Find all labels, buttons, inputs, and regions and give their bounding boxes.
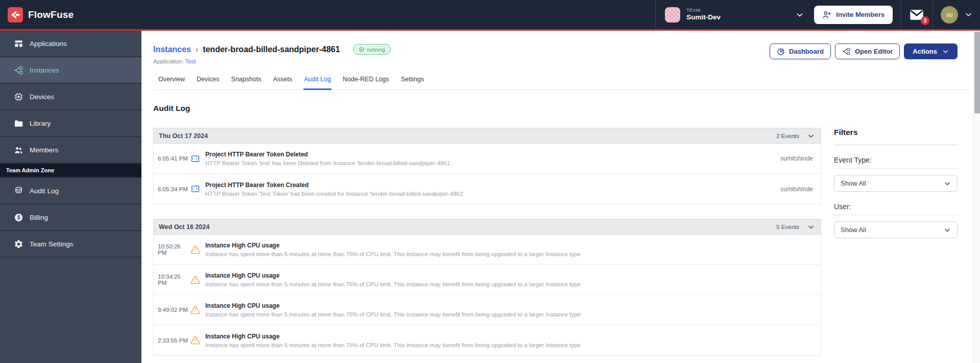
devices-icon xyxy=(14,92,23,102)
sidebar-item-devices[interactable]: Devices xyxy=(0,84,141,110)
chevron-down-icon xyxy=(944,180,951,187)
sidebar-item-instances[interactable]: Instances xyxy=(0,57,141,84)
tab-node-red-logs[interactable]: Node-RED Logs xyxy=(342,71,390,90)
event-type-select[interactable]: Show All xyxy=(834,175,958,192)
event-time: 9:49:02 PM xyxy=(158,307,190,313)
open-editor-label: Open Editor xyxy=(855,48,893,55)
user-avatar: su xyxy=(941,6,958,24)
event-user: sumitshinde xyxy=(780,186,813,193)
audit-event-row: 10:34:25 PM Instance High CPU usage Inst… xyxy=(154,265,821,295)
event-description: HTTP Bearer Token 'test' has been Delete… xyxy=(205,160,774,166)
group-date: Wed Oct 16 2024 xyxy=(159,223,209,231)
warning-icon xyxy=(190,305,201,315)
sidebar-item-label: Instances xyxy=(30,66,59,74)
applications-icon xyxy=(14,39,23,49)
user-filter-value: Show All xyxy=(841,226,866,234)
chevron-down-icon xyxy=(965,11,972,18)
user-menu[interactable]: su xyxy=(933,0,980,29)
dashboard-label: Dashboard xyxy=(789,48,824,55)
sidebar: Applications Instances Devices Library xyxy=(0,31,141,363)
flowfuse-brand[interactable]: FlowFuse xyxy=(0,7,74,22)
vertical-scrollbar[interactable] xyxy=(973,31,980,363)
main-content: Instances › tender-broad-billed-sandpipe… xyxy=(141,31,980,363)
open-editor-button[interactable]: Open Editor xyxy=(835,43,900,59)
application-link[interactable]: Test xyxy=(185,58,196,64)
audit-group-header[interactable]: Thu Oct 17 2024 2 Events xyxy=(153,128,821,144)
audit-group-header[interactable]: Wed Oct 16 2024 5 Events xyxy=(153,219,821,235)
event-time: 2:33:55 PM xyxy=(158,337,190,344)
running-status-icon xyxy=(358,47,365,53)
event-time: 6:05:34 PM xyxy=(158,186,190,192)
event-title: Instance High CPU usage xyxy=(205,333,807,340)
scrollbar-thumb[interactable] xyxy=(974,32,980,114)
audit-event-row: 6:05:34 PM Project HTTP Bearer Token Cre… xyxy=(154,174,821,204)
tab-snapshots[interactable]: Snapshots xyxy=(231,71,262,90)
pie-chart-icon xyxy=(777,48,785,56)
tab-assets[interactable]: Assets xyxy=(273,71,293,90)
chevron-down-icon[interactable] xyxy=(807,132,815,140)
event-title: Instance High CPU usage xyxy=(205,302,807,309)
instances-icon xyxy=(14,65,23,75)
tab-overview[interactable]: Overview xyxy=(158,71,185,90)
event-title: Project HTTP Bearer Token Created xyxy=(205,182,774,189)
invite-members-button[interactable]: Invite Members xyxy=(814,6,893,24)
invite-members-icon xyxy=(822,10,831,19)
warning-icon xyxy=(190,335,201,345)
dashboard-button[interactable]: Dashboard xyxy=(770,43,831,59)
instance-name: tender-broad-billed-sandpiper-4861 xyxy=(203,45,340,54)
chevron-down-icon xyxy=(796,11,804,19)
instance-tabs: Overview Devices Snapshots Assets Audit … xyxy=(153,71,969,90)
tab-devices[interactable]: Devices xyxy=(196,71,220,90)
audit-event-row: 6:05:41 PM Project HTTP Bearer Token Del… xyxy=(154,144,821,174)
breadcrumb-instances-link[interactable]: Instances xyxy=(153,45,191,54)
group-event-count: 2 Events xyxy=(776,133,799,139)
page-title: Audit Log xyxy=(153,104,980,113)
notification-badge: 3 xyxy=(921,16,929,25)
audit-group: Thu Oct 17 2024 2 Events 6:05:41 PM xyxy=(153,128,821,205)
sidebar-item-label: Library xyxy=(30,120,51,127)
audit-log-icon xyxy=(14,186,23,196)
breadcrumb-chevron: › xyxy=(196,45,198,54)
event-type-value: Show All xyxy=(841,179,866,187)
event-description: Instance has spent more than 5 minutes a… xyxy=(205,342,807,348)
status-badge: running xyxy=(353,44,391,55)
event-time: 6:05:41 PM xyxy=(158,155,190,162)
filters-panel: Filters Event Type: Show All User: Show … xyxy=(834,128,958,238)
sidebar-item-label: Devices xyxy=(30,93,54,101)
event-user: sumitshinde xyxy=(780,155,813,162)
event-description: HTTP Bearer Token 'Test Token' has been … xyxy=(205,191,774,197)
notifications-button[interactable]: 3 xyxy=(901,0,933,29)
status-label: running xyxy=(367,47,385,53)
sidebar-item-billing[interactable]: $ Billing xyxy=(0,205,141,231)
event-type-label: Event Type: xyxy=(834,156,958,169)
group-event-count: 5 Events xyxy=(776,224,799,230)
warning-icon xyxy=(190,275,201,285)
audit-event-row: 2:33:55 PM Instance High CPU usage Insta… xyxy=(154,325,821,355)
sidebar-item-members[interactable]: Members xyxy=(0,137,141,164)
chevron-down-icon[interactable] xyxy=(807,223,815,231)
sidebar-item-label: Team Settings xyxy=(30,240,74,248)
event-description: Instance has spent more than 5 minutes a… xyxy=(205,311,807,317)
actions-button[interactable]: Actions xyxy=(904,43,958,59)
members-icon xyxy=(14,145,23,155)
sidebar-item-applications[interactable]: Applications xyxy=(0,31,141,57)
audit-event-row: 9:49:02 PM Instance High CPU usage Insta… xyxy=(154,295,821,325)
library-icon xyxy=(14,119,23,128)
flowfuse-logo xyxy=(8,7,23,22)
ticket-icon xyxy=(190,154,201,164)
sidebar-item-team-settings[interactable]: Team Settings xyxy=(0,231,141,258)
team-selector[interactable]: TEAM: Sumit-Dev xyxy=(656,0,813,29)
sidebar-item-library[interactable]: Library xyxy=(0,110,141,137)
team-avatar xyxy=(665,7,680,22)
event-time: 10:50:26 PM xyxy=(158,243,190,256)
event-description: Instance has spent more than 5 minutes a… xyxy=(205,281,807,287)
chevron-down-icon xyxy=(942,48,949,55)
sidebar-item-audit-log[interactable]: Audit Log xyxy=(0,178,141,205)
event-time: 10:34:25 PM xyxy=(158,274,190,286)
sidebar-item-label: Applications xyxy=(30,40,67,48)
ticket-icon xyxy=(190,184,201,194)
tab-audit-log[interactable]: Audit Log xyxy=(303,71,331,90)
tab-settings[interactable]: Settings xyxy=(400,71,424,90)
event-title: Instance High CPU usage xyxy=(205,242,807,249)
user-select[interactable]: Show All xyxy=(834,221,958,238)
